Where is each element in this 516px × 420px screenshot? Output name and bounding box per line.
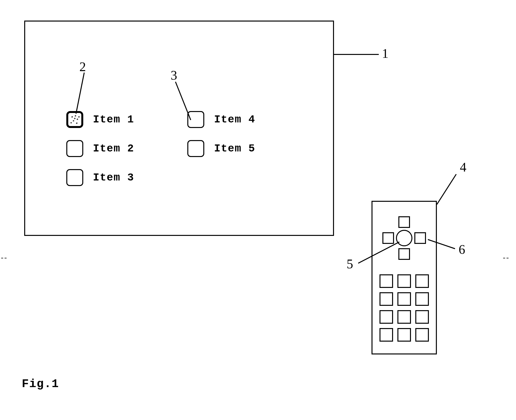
right-margin-dashes: -- (502, 254, 509, 262)
left-margin-dashes: -- (0, 254, 7, 262)
lead-4 (437, 174, 456, 204)
lead-6 (428, 240, 455, 249)
callout-leaders (0, 0, 516, 420)
figure-label: Fig.1 (22, 377, 59, 390)
lead-2 (76, 73, 84, 114)
lead-5 (358, 242, 399, 263)
lead-3 (175, 82, 191, 120)
